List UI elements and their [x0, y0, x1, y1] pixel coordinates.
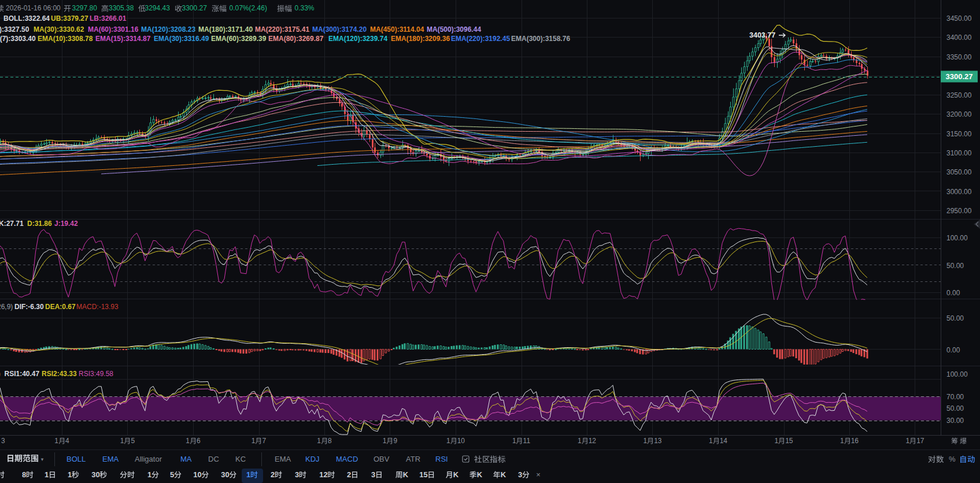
- svg-text:3200.00: 3200.00: [946, 110, 972, 118]
- svg-text:3350.00: 3350.00: [946, 53, 972, 61]
- svg-text:0.00: 0.00: [946, 289, 960, 297]
- svg-text:30.00: 30.00: [946, 417, 964, 425]
- svg-text:3250.00: 3250.00: [946, 91, 972, 99]
- svg-text:2950.00: 2950.00: [946, 207, 972, 215]
- svg-text:0.00: 0.00: [946, 346, 960, 354]
- svg-text:3100.00: 3100.00: [946, 149, 972, 157]
- svg-text:3450.00: 3450.00: [946, 14, 972, 23]
- svg-text:3000.00: 3000.00: [946, 188, 972, 196]
- svg-text:50.00: 50.00: [946, 404, 964, 413]
- svg-text:3150.00: 3150.00: [946, 130, 972, 138]
- svg-text:3300.27: 3300.27: [946, 72, 973, 81]
- svg-text:100.00: 100.00: [946, 370, 968, 378]
- svg-text:50.00: 50.00: [946, 314, 964, 322]
- svg-text:100.00: 100.00: [946, 234, 968, 242]
- svg-text:3050.00: 3050.00: [946, 168, 972, 176]
- svg-text:70.00: 70.00: [946, 393, 964, 401]
- svg-text:3403.77: 3403.77: [749, 31, 775, 39]
- svg-text:3400.00: 3400.00: [946, 34, 972, 42]
- svg-text:50.00: 50.00: [946, 262, 964, 270]
